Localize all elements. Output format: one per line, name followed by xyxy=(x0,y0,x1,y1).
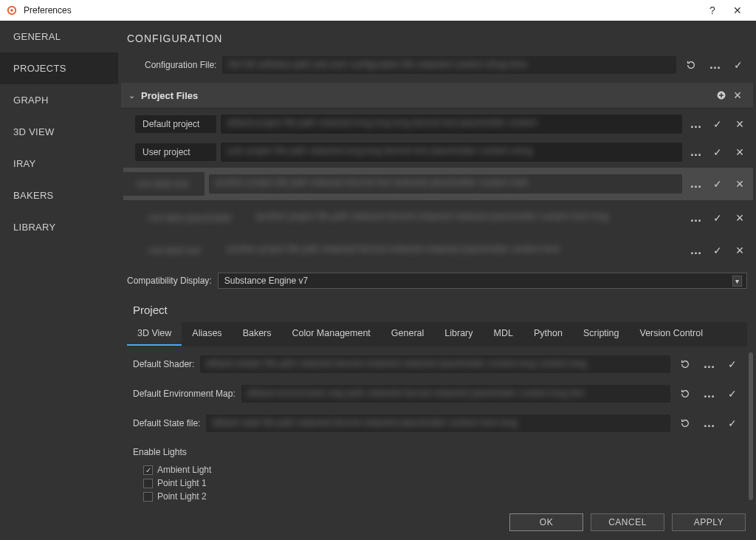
close-panel-icon[interactable] xyxy=(729,87,746,103)
configuration-file-input[interactable]: the full software path and user configur… xyxy=(222,56,676,74)
default-shader-label: Default Shader: xyxy=(133,359,194,369)
confirm-icon[interactable] xyxy=(709,209,726,227)
tab-color-management[interactable]: Color Management xyxy=(282,322,381,346)
sidebar-item-iray[interactable]: IRAY xyxy=(0,148,118,180)
compatibility-value: Substance Engine v7 xyxy=(224,276,308,286)
checkbox-ambient-light[interactable]: Ambient Light xyxy=(133,463,741,476)
checkbox-label: Ambient Light xyxy=(157,465,211,475)
project-file-label: Default project xyxy=(135,115,216,133)
remove-icon[interactable] xyxy=(731,175,749,193)
confirm-icon[interactable] xyxy=(709,175,726,193)
reset-icon[interactable] xyxy=(676,355,694,373)
browse-icon[interactable] xyxy=(700,414,718,432)
project-files-header[interactable]: ⌄ Project Files xyxy=(121,83,753,109)
remove-icon[interactable] xyxy=(731,209,749,227)
browse-icon[interactable] xyxy=(687,242,704,259)
enable-lights-label: Enable Lights xyxy=(133,444,741,463)
checkbox-label: Point Light 1 xyxy=(157,478,207,488)
checkbox-label: Point Light 2 xyxy=(157,491,207,502)
tab-bakers[interactable]: Bakers xyxy=(233,322,282,346)
project-file-row: User project user project file path reda… xyxy=(121,140,753,165)
confirm-icon[interactable] xyxy=(709,242,726,259)
default-shader-row: Default Shader: default shader file path… xyxy=(133,355,741,373)
project-file-input[interactable]: another project file path redacted blurr… xyxy=(221,241,682,260)
sidebar-item-general[interactable]: GENERAL xyxy=(0,21,118,52)
project-files-title: Project Files xyxy=(141,90,713,101)
configuration-file-label: Configuration File: xyxy=(145,60,216,70)
dialog-button-bar: OK CANCEL APPLY xyxy=(118,505,756,540)
project-file-label: row label text xyxy=(123,172,205,196)
reset-icon[interactable] xyxy=(676,385,694,403)
tab-version-control[interactable]: Version Control xyxy=(630,322,713,346)
add-project-icon[interactable] xyxy=(713,87,729,103)
reset-icon[interactable] xyxy=(682,56,700,74)
confirm-icon[interactable] xyxy=(729,56,747,74)
tab-general[interactable]: General xyxy=(381,322,434,346)
compatibility-select[interactable]: Substance Engine v7 xyxy=(218,273,747,289)
checkbox-point-light-1[interactable]: Point Light 1 xyxy=(133,476,741,490)
scrollbar-thumb[interactable] xyxy=(749,352,753,500)
default-env-label: Default Environment Map: xyxy=(133,389,236,399)
project-file-input[interactable]: user project file path redacted long lon… xyxy=(221,143,682,162)
sidebar: GENERAL PROJECTS GRAPH 3D VIEW IRAY BAKE… xyxy=(0,21,118,540)
project-file-input[interactable]: another project file path redacted blurr… xyxy=(250,208,682,228)
browse-icon[interactable] xyxy=(687,209,704,227)
tab-python[interactable]: Python xyxy=(523,322,573,346)
tab-aliases[interactable]: Aliases xyxy=(182,322,232,346)
compatibility-row: Compatibility Display: Substance Engine … xyxy=(118,265,756,296)
project-file-input[interactable]: default project file path redacted long … xyxy=(221,115,682,134)
app-icon xyxy=(6,4,18,16)
confirm-icon[interactable] xyxy=(709,115,726,133)
remove-icon[interactable] xyxy=(731,115,749,133)
reset-icon[interactable] xyxy=(676,414,694,432)
browse-icon[interactable] xyxy=(706,56,724,74)
browse-icon[interactable] xyxy=(687,115,704,133)
tab-mdl[interactable]: MDL xyxy=(484,322,523,346)
browse-icon[interactable] xyxy=(687,175,704,193)
content-area: CONFIGURATION Configuration File: the fu… xyxy=(118,21,756,540)
sidebar-item-bakers[interactable]: BAKERS xyxy=(0,180,118,211)
default-state-row: Default State file: default state file p… xyxy=(133,414,741,432)
sidebar-item-3dview[interactable]: 3D VIEW xyxy=(0,116,118,148)
default-state-input[interactable]: default state file path redacted blurred… xyxy=(206,414,670,432)
ok-button[interactable]: OK xyxy=(509,513,583,531)
project-file-input[interactable]: another project file path redacted blurr… xyxy=(209,174,682,194)
remove-icon[interactable] xyxy=(731,143,749,161)
apply-button[interactable]: APPLY xyxy=(672,513,746,531)
sidebar-item-projects[interactable]: PROJECTS xyxy=(0,52,118,84)
sidebar-item-graph[interactable]: GRAPH xyxy=(0,84,118,116)
sidebar-item-library[interactable]: LIBRARY xyxy=(0,211,118,243)
checkbox-point-light-2[interactable]: Point Light 2 xyxy=(133,490,741,503)
project-files-list: Default project default project file pat… xyxy=(118,109,756,265)
confirm-icon[interactable] xyxy=(724,385,741,403)
window-title: Preferences xyxy=(24,5,700,16)
project-file-row: row label text another project file path… xyxy=(121,168,753,200)
project-file-row: row label placeholder another project fi… xyxy=(121,203,753,233)
confirm-icon[interactable] xyxy=(709,143,726,161)
checkbox-icon xyxy=(143,479,153,488)
tab-3dview[interactable]: 3D View xyxy=(127,322,182,346)
tab-content: Default Shader: default shader file path… xyxy=(118,346,756,512)
default-env-row: Default Environment Map: default environ… xyxy=(133,385,741,403)
titlebar: Preferences ? ✕ xyxy=(0,0,756,21)
confirm-icon[interactable] xyxy=(724,355,741,373)
chevron-down-icon: ⌄ xyxy=(128,91,135,100)
tab-scripting[interactable]: Scripting xyxy=(573,322,630,346)
default-state-label: Default State file: xyxy=(133,418,200,428)
cancel-button[interactable]: CANCEL xyxy=(591,513,664,531)
browse-icon[interactable] xyxy=(700,385,718,403)
help-button[interactable]: ? xyxy=(700,0,725,21)
close-window-button[interactable]: ✕ xyxy=(725,0,750,21)
browse-icon[interactable] xyxy=(700,355,718,373)
checkbox-icon xyxy=(143,465,153,475)
browse-icon[interactable] xyxy=(687,143,704,161)
remove-icon[interactable] xyxy=(731,242,749,259)
default-env-input[interactable]: default environment map path redacted bl… xyxy=(241,385,670,403)
default-shader-input[interactable]: default shader file path redacted blurre… xyxy=(200,355,670,373)
project-file-label: User project xyxy=(135,143,216,161)
tab-library[interactable]: Library xyxy=(434,322,483,346)
confirm-icon[interactable] xyxy=(724,414,741,432)
project-file-label: row label placeholder xyxy=(135,206,245,230)
project-file-row: row label text another project file path… xyxy=(121,236,753,265)
configuration-heading: CONFIGURATION xyxy=(118,21,756,53)
